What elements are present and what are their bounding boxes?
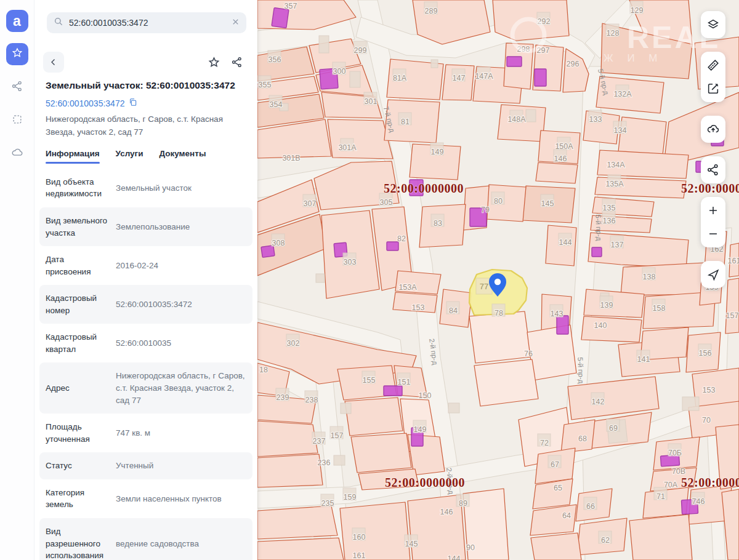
building (334, 455, 345, 465)
parcel[interactable] (257, 506, 337, 539)
parcel[interactable] (584, 289, 644, 318)
map-tool-group (701, 116, 725, 143)
table-row: Кадастровый номер52:60:0010035:3472 (39, 285, 252, 324)
parcel-number: 78 (495, 309, 503, 318)
parcel[interactable] (530, 505, 576, 535)
table-row: АдресНижегородская область, г Саров, с.т… (39, 362, 252, 414)
parcel-number: 236 (318, 458, 331, 467)
parcel-number: 160 (353, 533, 366, 542)
parcel-number: 153 (703, 386, 716, 394)
parcel-number: 145 (405, 540, 418, 548)
parcel-number: 135А (605, 180, 624, 188)
panel-header (43, 52, 246, 73)
parcel-number: 66 (586, 502, 595, 511)
parcel[interactable] (351, 433, 411, 473)
clear-search-icon[interactable] (231, 17, 240, 29)
parcel-number: 142 (592, 398, 605, 406)
parcel[interactable] (469, 311, 531, 363)
favorites-button[interactable] (6, 43, 28, 65)
cloud-upload-icon (706, 122, 720, 136)
parcel-number: 161 (353, 551, 366, 560)
building (526, 110, 536, 122)
parcel-number: 153 (412, 303, 425, 312)
layers-icon (706, 18, 720, 31)
parcel-number: 289 (425, 7, 438, 15)
table-row: Вид земельного участкаЗемлепользование (39, 207, 252, 246)
favorite-button[interactable] (204, 53, 223, 71)
share-button[interactable] (701, 158, 725, 182)
tab-2[interactable]: Документы (160, 149, 206, 164)
parcel[interactable] (257, 454, 323, 487)
cloud-icon (11, 146, 23, 161)
magenta-building (557, 316, 568, 334)
parcel[interactable] (725, 278, 739, 334)
parcel[interactable] (527, 325, 576, 380)
parcel-number: 137 (611, 241, 624, 249)
parcel[interactable] (328, 119, 393, 159)
cadastral-number-link[interactable]: 52:60:0010035:3472 (46, 98, 124, 108)
search-input[interactable] (69, 18, 226, 28)
copy-icon[interactable] (128, 97, 138, 109)
parcel-number: 133 (589, 115, 602, 124)
quarter-number: 52:00:0000000 (385, 476, 465, 489)
parcel-number: 138 (643, 273, 656, 281)
map-area[interactable]: 77357356299300355354301301А301В289292298… (257, 0, 739, 560)
parcel[interactable] (340, 502, 410, 560)
parcel[interactable] (345, 398, 403, 436)
parcel-number: 90 (466, 543, 475, 552)
parcel[interactable] (536, 162, 578, 183)
table-row: Дата присвоения2016-02-24 (39, 246, 252, 285)
building (350, 71, 360, 87)
parcel-number: 239 (277, 393, 289, 402)
parcel-number: 151 (398, 378, 411, 386)
table-row: Вид разрешенного использованияведение са… (39, 518, 252, 560)
select-area-button[interactable] (6, 110, 28, 132)
map-svg[interactable]: 77357356299300355354301301А301В289292298… (257, 0, 739, 560)
zoom-in-button[interactable] (701, 199, 725, 222)
parcel[interactable] (474, 359, 538, 406)
parcel-number: 62 (601, 536, 610, 545)
parcel-number: 157 (331, 431, 344, 440)
share-button[interactable] (228, 53, 246, 71)
parcel[interactable] (629, 514, 692, 560)
parcel-number: 300 (333, 67, 346, 76)
parcel[interactable] (257, 538, 344, 560)
parcel-number: 161 (728, 257, 739, 265)
parcel-number: 153А (398, 283, 417, 292)
tab-0[interactable]: Информация (46, 149, 100, 164)
object-panel: Земельный участок: 52:60:0010035:3472 52… (34, 0, 257, 560)
parcel[interactable] (581, 316, 642, 342)
share-nodes-button[interactable] (6, 76, 28, 98)
navigate-button[interactable] (701, 263, 725, 286)
parcel[interactable] (257, 421, 318, 457)
magenta-building (384, 386, 402, 396)
building (431, 60, 438, 68)
cloud-upload-button[interactable] (701, 118, 725, 141)
selected-parcel-number: 77 (480, 282, 488, 291)
layers-button[interactable] (701, 13, 725, 36)
parcel-number: 70 (702, 416, 711, 425)
parcel-number: 68 (578, 434, 587, 443)
parcel[interactable] (531, 533, 581, 560)
parcel-number: 237 (313, 437, 326, 446)
parcel-number: 238 (305, 396, 318, 404)
parcel-number: 135 (603, 204, 616, 212)
parcel-number: 64 (562, 511, 571, 520)
zoom-out-button[interactable] (701, 222, 725, 246)
parcel-number: 302 (287, 339, 300, 348)
table-row: Площадь уточненная747 кв. м (39, 414, 252, 452)
parcel-number: 235 (321, 499, 334, 508)
edit-button[interactable] (701, 77, 725, 100)
ruler-button[interactable] (701, 54, 725, 77)
share-icon (706, 163, 720, 177)
parcel-number: 149 (431, 148, 444, 156)
parcel-number: 159 (344, 493, 357, 502)
select-area-icon (11, 113, 23, 128)
cloud-button[interactable] (6, 143, 28, 165)
parcel-number: 145 (541, 199, 554, 208)
quarter-number: 52:00:00000 (681, 476, 739, 489)
back-button[interactable] (43, 52, 64, 73)
watermark-subtext: Ж И М (604, 52, 663, 64)
tab-1[interactable]: Услуги (116, 149, 143, 164)
app-logo[interactable]: a (6, 10, 28, 32)
